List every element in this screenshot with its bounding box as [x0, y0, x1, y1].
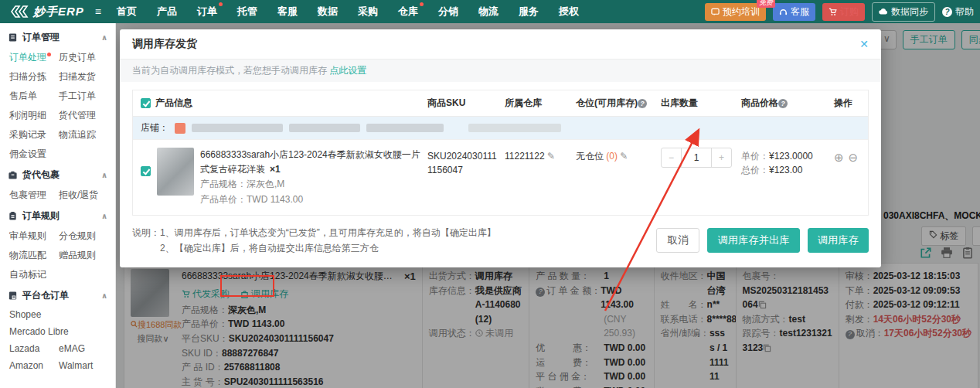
- call-inventory-and-outbound-button[interactable]: 调用库存并出库: [707, 228, 799, 253]
- sidebar-item-scan-shipping[interactable]: 扫描发货: [59, 70, 108, 83]
- nav-products[interactable]: 产品: [157, 5, 177, 19]
- top-nav-bar: 妙手ERP ≡ 首页 产品 订单 托管 客服 数据 采购 仓库 分销 物流 服务…: [0, 0, 980, 23]
- nav-warehouse[interactable]: 仓库: [398, 5, 418, 19]
- section-order-management[interactable]: 订单管理 ∧: [0, 26, 115, 48]
- sidebar-item-lazada[interactable]: Lazada: [9, 343, 59, 354]
- redacted-text: [192, 124, 283, 132]
- book-training-button[interactable]: 预约培训 免费: [705, 3, 766, 21]
- dialog-footer: 说明：1、调用库存后，订单状态变为“已发货”，且可用库存充足的，将自动【确定出库…: [120, 216, 881, 267]
- nav-services[interactable]: 服务: [519, 5, 539, 19]
- nav-hosting[interactable]: 托管: [237, 5, 257, 19]
- decrease-button[interactable]: −: [662, 148, 681, 167]
- app-logo: 妙手ERP: [11, 5, 84, 19]
- info-icon[interactable]: ?: [778, 99, 788, 108]
- edit-slot-icon[interactable]: ✎: [620, 151, 628, 162]
- sidebar-item-amazon[interactable]: Amazon: [9, 360, 59, 371]
- help-label: 帮助: [955, 5, 974, 19]
- warehouse-badge-dot: [420, 2, 424, 6]
- sidebar-item-history-orders[interactable]: 历史订单: [59, 51, 108, 64]
- settings-link[interactable]: 点此设置: [329, 65, 366, 76]
- nav-distribution[interactable]: 分销: [438, 5, 458, 19]
- sidebar-item-mercado-libre[interactable]: Mercado Libre: [9, 326, 115, 337]
- redacted-text: [468, 124, 561, 132]
- table-header: 产品信息 商品SKU 所属仓库 仓位(可用库存)? 出库数量 商品价格? 操作: [133, 90, 868, 116]
- col-operations: 操作: [834, 97, 868, 110]
- sidebar-item-logistics-matching[interactable]: 物流匹配: [9, 249, 59, 262]
- subscribe-button[interactable]: 订购: [822, 3, 865, 21]
- info-icon[interactable]: ?: [638, 99, 647, 108]
- nav-home[interactable]: 首页: [117, 5, 137, 19]
- sidebar-item-purchase-records[interactable]: 采购记录: [9, 128, 59, 141]
- sidebar-item-order-processing[interactable]: 订单处理: [9, 51, 59, 64]
- redacted-text: [366, 124, 444, 132]
- row-checkbox[interactable]: [141, 166, 151, 176]
- nav-logistics[interactable]: 物流: [478, 5, 499, 19]
- orders-badge-dot: [219, 2, 223, 6]
- section-platform-warehouse-orders[interactable]: 平台仓订单 ∧: [0, 284, 115, 306]
- cn-total-label: 总价：: [741, 165, 769, 175]
- nav-purchasing[interactable]: 采购: [358, 5, 378, 19]
- cn-total-value: ¥123.00: [769, 165, 802, 175]
- platform-warehouse-icon: [8, 291, 18, 301]
- product-image: [157, 148, 194, 196]
- chat-icon: [711, 8, 720, 16]
- remove-row-icon[interactable]: ⊖: [849, 151, 859, 165]
- quantity-stepper: − 1 +: [661, 148, 732, 168]
- row-operations: ⊕ ⊖: [834, 148, 868, 165]
- close-icon[interactable]: ✕: [859, 38, 869, 50]
- redacted-text: [289, 124, 360, 132]
- edit-warehouse-icon[interactable]: ✎: [547, 151, 555, 162]
- nav-orders[interactable]: 订单: [197, 5, 217, 19]
- sidebar-item-review-rules[interactable]: 审单规则: [9, 230, 59, 243]
- sidebar-item-manual-orders[interactable]: 手工订单: [59, 90, 108, 103]
- cn-unit-value: ¥123.0000: [769, 151, 813, 162]
- sidebar-item-shopee[interactable]: Shopee: [9, 309, 115, 320]
- warehouse-cell: 11221122 ✎: [505, 148, 576, 163]
- add-row-icon[interactable]: ⊕: [834, 151, 844, 165]
- sidebar-item-after-sales[interactable]: 售后单: [9, 90, 59, 103]
- cn-unit-label: 单价：: [741, 151, 769, 162]
- order-management-icon: [8, 32, 18, 43]
- sidebar-item-commission-settings[interactable]: 佣金设置: [9, 148, 59, 161]
- col-slot-text: 仓位(可用库存): [576, 97, 638, 108]
- sidebar-item-walmart[interactable]: Walmart: [59, 360, 108, 371]
- col-sku: 商品SKU: [427, 97, 505, 110]
- data-sync-button[interactable]: 数据同步: [872, 2, 935, 22]
- nav-authorization[interactable]: 授权: [559, 5, 579, 19]
- sidebar-item-scan-sorting[interactable]: 扫描分拣: [9, 70, 59, 83]
- order-rules-icon: [8, 211, 18, 221]
- sidebar-item-profit-details[interactable]: 利润明细: [9, 109, 59, 122]
- logo-icon: [11, 5, 29, 19]
- slot-cell: 无仓位 (0) ✎: [576, 148, 661, 163]
- col-price-text: 商品价格: [741, 97, 778, 108]
- sidebar-item-emag[interactable]: eMAG: [59, 343, 108, 354]
- help-button[interactable]: ? 帮助: [942, 5, 974, 19]
- sidebar-item-logistics-tracking[interactable]: 物流追踪: [59, 128, 108, 141]
- nav-customer-service[interactable]: 客服: [277, 5, 298, 19]
- spec-value: 深灰色,M: [247, 179, 284, 189]
- call-inventory-button[interactable]: 调用库存: [808, 228, 869, 253]
- sidebar-item-warehouse-split-rules[interactable]: 分仓规则: [59, 230, 108, 243]
- item-badge-dot: [47, 53, 51, 56]
- collapse-icon: ∧: [101, 212, 107, 220]
- sidebar-item-rejected-returns[interactable]: 拒收/退货: [59, 189, 108, 202]
- section-order-rules[interactable]: 订单规则 ∧: [0, 205, 115, 226]
- header-checkbox[interactable]: [141, 98, 151, 108]
- sidebar-item-package-management[interactable]: 包裹管理: [9, 189, 59, 202]
- qty-cell: − 1 +: [661, 148, 741, 168]
- cancel-button[interactable]: 取消: [656, 228, 700, 253]
- col-price: 商品价格?: [741, 97, 834, 110]
- menu-toggle-icon[interactable]: ≡: [95, 5, 101, 18]
- increase-button[interactable]: +: [712, 148, 731, 167]
- sidebar-item-gift-rules[interactable]: 赠品规则: [59, 249, 108, 262]
- sku-cell: SKU20240301111156047: [427, 148, 505, 177]
- nav-data[interactable]: 数据: [318, 5, 338, 19]
- quantity-value[interactable]: 1: [681, 148, 712, 167]
- shop-platform-icon: [175, 123, 185, 134]
- sidebar-item-auto-marking[interactable]: 自动标记: [9, 268, 59, 281]
- sidebar-item-forwarder-management[interactable]: 货代管理: [59, 109, 108, 122]
- section-forwarder-packages[interactable]: 货代包裹 ∧: [0, 164, 115, 185]
- customer-service-button[interactable]: 客服: [773, 3, 815, 21]
- shop-row: 店铺：: [133, 116, 868, 139]
- mode-notice: 当前为自动调用库存模式，若您想手动调用库存 点此设置: [120, 60, 881, 82]
